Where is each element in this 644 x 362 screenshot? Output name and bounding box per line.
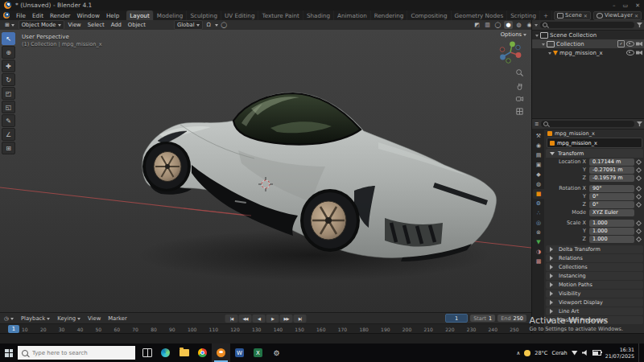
properties-tab-object[interactable]: ■ <box>533 189 544 199</box>
properties-tab-object-data[interactable]: ▼ <box>533 237 544 247</box>
close-button[interactable]: ✕ <box>635 2 640 9</box>
viewlayer-selector[interactable]: ViewLayer ✕ <box>593 11 642 20</box>
section-instancing[interactable]: Instancing <box>546 272 643 280</box>
tool-scale-button[interactable]: ◰ <box>2 87 15 100</box>
tab-geometry-nodes[interactable]: Geometry Nodes <box>452 10 508 20</box>
jump-start-button[interactable]: |◀ <box>225 315 238 323</box>
properties-tab-view-layer[interactable]: ▣ <box>533 160 544 170</box>
wifi-icon[interactable] <box>572 351 578 356</box>
frame-end-field[interactable]: End250 <box>497 315 526 322</box>
location-y-field[interactable]: -0.27091 m <box>589 167 634 174</box>
keyframe-dot-icon[interactable] <box>636 228 642 233</box>
properties-editor-icon[interactable]: ≡ <box>535 121 539 127</box>
properties-tab-physics[interactable]: ◎ <box>533 218 544 228</box>
outliner-row-collection[interactable]: Collection ✓ <box>532 39 644 48</box>
prev-keyframe-button[interactable]: ◀◀ <box>239 315 252 323</box>
menu-object[interactable]: Object <box>126 21 148 29</box>
menu-marker[interactable]: Marker <box>106 315 129 322</box>
menu-edit[interactable]: Edit <box>29 10 47 20</box>
chrome-app[interactable] <box>193 343 212 362</box>
editor-type-button[interactable]: ⊞ <box>2 21 17 29</box>
scale-y-field[interactable]: 1.000 <box>589 228 634 235</box>
properties-tab-output[interactable]: ▤ <box>533 150 544 160</box>
filter-icon[interactable] <box>637 121 642 126</box>
settings-app[interactable]: ⚙ <box>267 343 286 362</box>
keyframe-dot-icon[interactable] <box>636 201 642 207</box>
properties-tab-particles[interactable]: ∴ <box>533 208 544 218</box>
properties-tab-world[interactable]: ◍ <box>533 179 544 189</box>
tool-annotate-button[interactable]: ✎ <box>2 114 15 127</box>
hide-in-viewport-icon[interactable] <box>626 50 634 56</box>
section-motion-paths[interactable]: Motion Paths <box>546 281 643 289</box>
scene-unlink-icon[interactable]: ✕ <box>584 13 588 19</box>
toggle-perspective-icon[interactable] <box>515 107 524 116</box>
tool-transform-button[interactable]: ◱ <box>2 101 15 113</box>
menu-file[interactable]: File <box>13 10 29 20</box>
snap-magnet-icon[interactable]: Ω <box>204 21 213 29</box>
add-workspace-button[interactable]: + <box>540 10 552 20</box>
start-button[interactable] <box>0 343 18 362</box>
menu-add[interactable]: Add <box>109 21 124 29</box>
xray-toggle-icon[interactable]: ▥ <box>483 21 492 29</box>
tool-rotate-button[interactable]: ↻ <box>2 73 15 86</box>
tab-texture-paint[interactable]: Texture Paint <box>258 10 303 20</box>
camera-view-icon[interactable] <box>515 94 524 103</box>
disable-in-render-icon[interactable] <box>636 51 642 56</box>
maximize-button[interactable]: ▭ <box>623 2 629 9</box>
section-viewport-display[interactable]: Viewport Display <box>546 298 643 306</box>
rotation-x-field[interactable]: 90° <box>589 185 634 192</box>
show-overlays-icon[interactable]: ◩ <box>473 21 481 29</box>
expand-icon[interactable] <box>535 35 539 39</box>
tool-measure-button[interactable]: ∠ <box>2 128 15 141</box>
menu-view-timeline[interactable]: View <box>86 315 102 322</box>
hide-in-viewport-icon[interactable] <box>626 41 634 47</box>
play-button[interactable]: ▶ <box>266 315 279 323</box>
viewlayer-unlink-icon[interactable]: ✕ <box>634 13 638 19</box>
transform-panel-header[interactable]: Transform <box>546 149 643 158</box>
rotation-mode-select[interactable]: XYZ Euler <box>589 209 634 216</box>
keyframe-dot-icon[interactable] <box>636 175 642 180</box>
tab-shading[interactable]: Shading <box>303 10 334 20</box>
keyframe-dot-icon[interactable] <box>636 158 642 164</box>
rotation-y-field[interactable]: 0° <box>589 193 634 200</box>
menu-keying[interactable]: Keying <box>56 315 82 322</box>
weather-temp[interactable]: 28°C <box>535 350 547 356</box>
properties-tab-material[interactable]: ◑ <box>533 247 544 257</box>
disable-in-render-icon[interactable] <box>636 42 642 47</box>
frame-start-field[interactable]: Start1 <box>470 315 495 322</box>
timeline-editor-button[interactable]: ◷ <box>2 315 15 322</box>
properties-tab-tool[interactable]: ⚒ <box>533 131 544 141</box>
properties-search-input[interactable] <box>541 121 634 127</box>
taskbar-clock[interactable]: 16:31 21/07/2025 <box>605 347 634 359</box>
next-keyframe-button[interactable]: ▶▶ <box>280 315 293 323</box>
menu-help[interactable]: Help <box>103 10 122 20</box>
play-reverse-button[interactable]: ◀ <box>253 315 266 323</box>
scale-x-field[interactable]: 1.000 <box>589 220 634 227</box>
scene-selector[interactable]: Scene ✕ <box>554 11 591 20</box>
section-delta-transform[interactable]: Delta Transform <box>546 245 643 253</box>
keyframe-dot-icon[interactable] <box>636 185 642 191</box>
search-input[interactable] <box>31 349 118 357</box>
section-relations[interactable]: Relations <box>546 254 643 262</box>
outliner-row-scene-collection[interactable]: Scene Collection <box>532 31 644 39</box>
file-explorer-app[interactable] <box>175 343 193 362</box>
zoom-icon[interactable] <box>515 68 524 77</box>
wireframe-shading-button[interactable]: ◯ <box>493 21 502 29</box>
tool-add-cube-button[interactable]: ⊞ <box>2 142 15 154</box>
tab-compositing[interactable]: Compositing <box>407 10 451 20</box>
menu-view[interactable]: View <box>66 21 84 29</box>
keyframe-dot-icon[interactable] <box>636 220 642 225</box>
task-view-button[interactable] <box>138 343 156 362</box>
section-visibility[interactable]: Visibility <box>546 290 643 298</box>
volume-icon[interactable] <box>582 350 588 356</box>
pan-hand-icon[interactable] <box>515 81 524 90</box>
section-collections[interactable]: Collections <box>546 263 643 271</box>
location-z-field[interactable]: -0.19579 m <box>589 175 634 182</box>
blender-menu-icon[interactable] <box>0 10 13 20</box>
minimize-button[interactable]: – <box>613 2 616 9</box>
tab-layout[interactable]: Layout <box>126 10 153 20</box>
tool-select-box-button[interactable]: ↖ <box>2 32 15 45</box>
tool-move-button[interactable]: ✚ <box>2 60 15 72</box>
jump-end-button[interactable]: ▶| <box>294 315 307 323</box>
excel-app[interactable]: X <box>249 343 267 362</box>
